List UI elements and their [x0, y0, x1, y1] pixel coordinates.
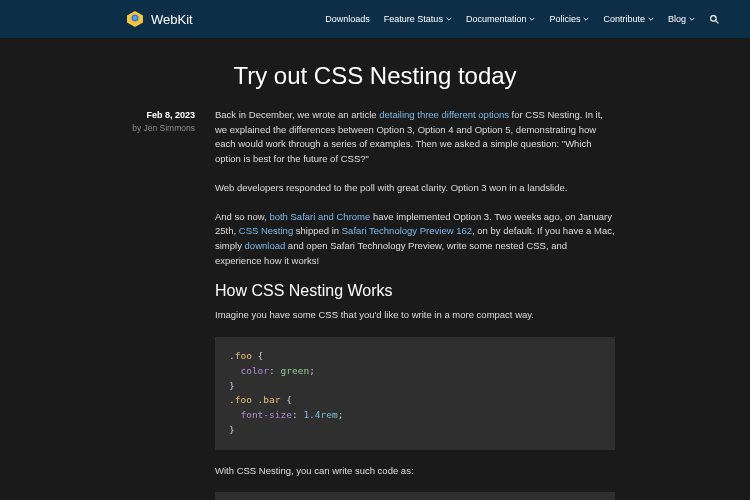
code-block: .foo { color: green; } .foo .bar { font-…	[215, 337, 615, 449]
paragraph: Imagine you have some CSS that you'd lik…	[215, 308, 615, 323]
search-icon[interactable]	[709, 14, 720, 25]
logo[interactable]: WebKit	[125, 9, 193, 29]
paragraph: Web developers responded to the poll wit…	[215, 181, 615, 196]
webkit-logo-icon	[125, 9, 145, 29]
section-heading: How CSS Nesting Works	[215, 282, 615, 300]
paragraph: Back in December, we wrote an article de…	[215, 108, 615, 167]
link-css-nesting[interactable]: CSS Nesting	[239, 225, 293, 236]
post-author: by Jen Simmons	[0, 123, 195, 133]
link-options-article[interactable]: detailing three different options	[379, 109, 509, 120]
nav-contribute[interactable]: Contribute	[603, 14, 654, 24]
nav-downloads[interactable]: Downloads	[325, 14, 370, 24]
code-block: .foo { color: green; .bar { font-size: 1…	[215, 492, 615, 500]
link-download[interactable]: download	[245, 240, 286, 251]
chevron-down-icon	[529, 16, 535, 22]
nav-blog[interactable]: Blog	[668, 14, 695, 24]
page-title: Try out CSS Nesting today	[0, 38, 750, 108]
nav-policies[interactable]: Policies	[549, 14, 589, 24]
post-date: Feb 8, 2023	[0, 110, 195, 120]
link-stp-162[interactable]: Safari Technology Preview 162	[342, 225, 472, 236]
chevron-down-icon	[689, 16, 695, 22]
svg-line-4	[716, 20, 719, 23]
content: Feb 8, 2023 by Jen Simmons Back in Decem…	[0, 108, 750, 500]
nav-feature-status[interactable]: Feature Status	[384, 14, 452, 24]
main-nav: Downloads Feature Status Documentation P…	[325, 14, 720, 25]
chevron-down-icon	[648, 16, 654, 22]
chevron-down-icon	[583, 16, 589, 22]
nav-documentation[interactable]: Documentation	[466, 14, 536, 24]
site-header: WebKit Downloads Feature Status Document…	[0, 0, 750, 38]
brand-name: WebKit	[151, 12, 193, 27]
paragraph: With CSS Nesting, you can write such cod…	[215, 464, 615, 479]
post-meta: Feb 8, 2023 by Jen Simmons	[0, 108, 215, 500]
svg-point-2	[133, 16, 137, 20]
chevron-down-icon	[446, 16, 452, 22]
paragraph: And so now, both Safari and Chrome have …	[215, 210, 615, 269]
svg-point-3	[711, 15, 717, 21]
link-safari-chrome[interactable]: both Safari and Chrome	[269, 211, 370, 222]
article-body: Back in December, we wrote an article de…	[215, 108, 615, 500]
